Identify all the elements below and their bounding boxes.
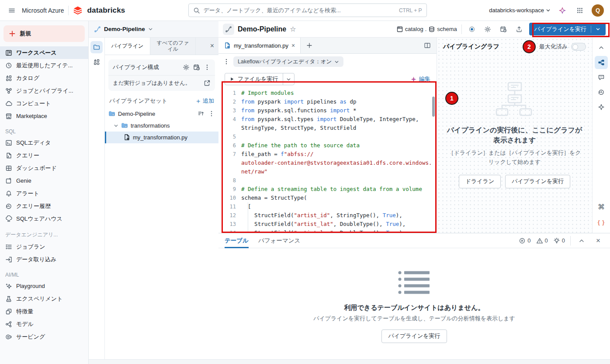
code-line[interactable]: 3from pyspark.sql.functions import * [225,106,430,115]
code-line[interactable]: 2from pyspark import pipelines as dp [225,97,430,106]
sidebar-item-models[interactable]: モデル [0,318,88,330]
gear-icon[interactable] [183,64,190,71]
sidebar-item-playground[interactable]: Playground [0,280,88,292]
chevron-down-icon[interactable] [596,27,600,31]
sidebar-item-genie[interactable]: Genie [0,174,88,187]
code-line[interactable]: 12 StructField("artist_id", StringType()… [225,211,430,220]
sidebar-item-queries[interactable]: クエリー [0,149,88,162]
split-view-icon[interactable] [422,40,433,51]
sidebar-item-alerts[interactable]: アラート [0,187,88,200]
comments-button[interactable] [595,71,608,84]
global-search-input[interactable]: データ、ノートブック、最近のアイテムなどを検索... CTRL + P [188,3,427,17]
schedule-icon[interactable] [498,24,509,35]
variables-button[interactable]: { } [595,215,608,229]
code-area[interactable]: 1# Import modules2from pyspark import pi… [225,89,430,233]
sidebar-item-query-history[interactable]: クエリー履歴 [0,200,88,212]
share-icon[interactable] [513,24,525,35]
tree-row-transformations[interactable]: transformations [105,120,218,132]
code-line[interactable]: 11 [ [225,202,430,211]
favorite-star-icon[interactable]: ☆ [290,25,296,33]
error-counter[interactable]: 0 [519,237,530,244]
assistant-button[interactable] [595,101,608,114]
sidebar-item-compute[interactable]: コンピュート [0,97,88,110]
close-panel-icon[interactable]: × [206,38,218,55]
gear-icon[interactable] [482,24,493,35]
workspace-selector[interactable]: databricks-workspace [489,7,551,14]
code-line[interactable]: 7file_path = f"abfss:// [225,150,430,159]
editor-scrollbar[interactable] [432,97,435,117]
code-line[interactable]: 4from pyspark.sql.types import DoubleTyp… [225,115,430,124]
hamburger-icon[interactable] [6,5,17,16]
code-line[interactable]: 1# Import modules [225,89,430,97]
new-button[interactable]: 新規 [3,25,85,42]
code-line[interactable]: 10schema = StructType( [225,194,430,202]
lakeflow-mode-pill[interactable]: Lakeflowパイプラインエディタ：オン [233,56,343,67]
kebab-menu-icon[interactable] [223,58,230,65]
sidebar-item-dashboards[interactable]: ダッシュボード [0,162,88,174]
maximize-toggle[interactable] [571,43,586,51]
tree-row-root[interactable]: Demo-Pipeline [105,108,218,120]
schedule-icon[interactable] [193,64,200,71]
sort-icon[interactable] [198,110,204,117]
graph-view-button[interactable] [595,56,608,69]
run-file-button[interactable]: ファイルを実行 [225,73,295,85]
run-pipeline-button-secondary[interactable]: パイプラインを実行 [505,175,570,188]
pipeline-panel-header[interactable]: Demo-Pipeline [89,21,218,38]
close-panel-icon[interactable]: × [593,235,604,246]
sidebar-item-recents[interactable]: 最近使用したアイテ... [0,59,88,72]
run-file-dropdown[interactable] [283,73,294,85]
dry-run-button[interactable]: ドライラン [459,175,501,188]
assistant-edit-button[interactable]: 編集 [410,75,430,83]
code-line[interactable]: autoloader-container@stvstorageextasia01… [225,159,430,167]
sidebar-item-marketplace[interactable]: Marketplace [0,110,88,122]
kebab-menu-icon[interactable] [208,110,215,117]
code-line[interactable]: 9# Define a streaming table to ingest da… [225,185,430,194]
run-pipeline-button[interactable]: パイプラインを実行 [529,23,606,35]
apps-grid-icon[interactable] [574,5,586,16]
code-line[interactable]: net/raw" [225,167,430,176]
shortcuts-button[interactable]: ⌘ [595,201,608,214]
sidebar-item-jobs-pipelines[interactable]: ジョブとパイプライ... [0,84,88,97]
code-line[interactable]: 5 [225,132,430,141]
sidebar-item-sql-editor[interactable]: SQLエディタ [0,136,88,149]
warning-counter[interactable]: 0 [536,237,548,244]
code-line[interactable]: 6# Define the path to the source data [225,141,430,150]
assistant-sparkle-icon[interactable] [557,5,568,16]
tab-performance[interactable]: パフォーマンス [258,233,300,248]
chevron-down-icon[interactable] [114,123,118,128]
tree-row-file-selected[interactable]: my_transformation.py [105,132,218,143]
code-line[interactable]: 14 StructField("artist_lon", DoubleType(… [225,229,430,233]
code-line[interactable]: 13 StructField("artist_lat", DoubleType(… [225,220,430,229]
new-tab-button[interactable] [301,38,318,53]
external-link-icon[interactable] [204,80,211,87]
add-asset-button[interactable]: ＋追加 [195,97,214,105]
code-line[interactable]: StringType, StructType, StructField [225,124,430,132]
collapse-panel-button[interactable] [595,41,608,54]
close-tab-icon[interactable]: × [291,42,295,49]
avatar[interactable]: Q [592,4,604,17]
catalog-rail-button[interactable] [90,56,103,68]
run-pipeline-button-bottom[interactable]: パイプラインを実行 [381,329,447,343]
code-editor-pane: my_transformation.py × Lakeflowパイプラインエディ… [218,38,437,233]
history-button[interactable] [595,86,608,99]
sidebar-item-serving[interactable]: サービング [0,330,88,343]
record-status-icon[interactable] [466,24,478,35]
tab-pipeline[interactable]: パイプライン [105,38,150,55]
sidebar-item-job-runs[interactable]: ジョブラン [0,240,88,253]
catalog-schema-selector[interactable]: catalog . schema [396,26,457,33]
editor-tab-active[interactable]: my_transformation.py × [218,38,301,53]
sidebar-item-sql-warehouse[interactable]: SQLウェアハウス [0,212,88,225]
tab-all-files[interactable]: すべてのファイル [150,38,196,55]
expand-panel-icon[interactable] [576,235,587,246]
sidebar-item-experiments[interactable]: エクスペリメント [0,292,88,305]
sidebar-item-features[interactable]: 特徴量 [0,305,88,318]
chevron-down-icon[interactable] [148,27,153,31]
sidebar-item-workspace[interactable]: ワークスペース [0,46,88,59]
kebab-menu-icon[interactable] [204,64,211,71]
insight-counter[interactable]: 0 [553,237,565,244]
code-line[interactable]: 8 [225,176,430,185]
sidebar-item-data-ingestion[interactable]: データ取り込み [0,253,88,266]
sidebar-item-catalog[interactable]: カタログ [0,72,88,84]
tab-tables[interactable]: テーブル [225,233,249,248]
files-rail-button[interactable] [90,41,103,53]
